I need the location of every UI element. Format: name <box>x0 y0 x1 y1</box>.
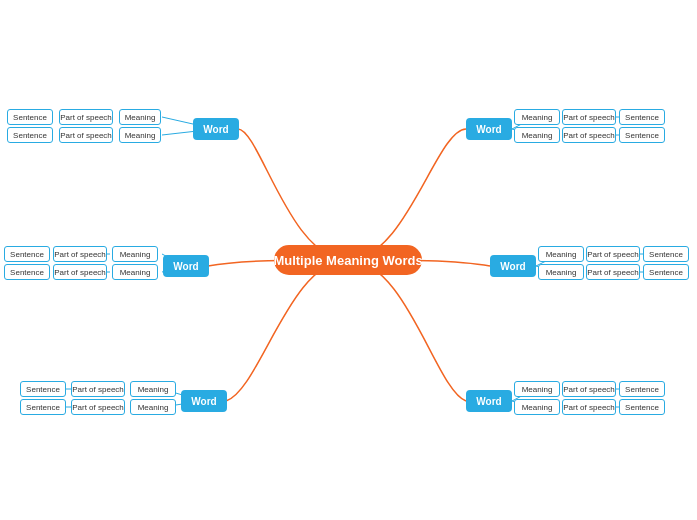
br-r1-pos: Part of speech <box>562 381 616 397</box>
bl-r1-sentence: Sentence <box>20 381 66 397</box>
tl-r2-sentence: Sentence <box>7 127 53 143</box>
word-node-bl: Word <box>181 390 227 412</box>
word-label-bl: Word <box>191 396 216 407</box>
center-node: Multiple Meaning Words <box>274 245 422 275</box>
mr-r2-pos: Part of speech <box>586 264 640 280</box>
tl-r1-meaning: Meaning <box>119 109 161 125</box>
tl-r2-meaning: Meaning <box>119 127 161 143</box>
ml-r2-meaning: Meaning <box>112 264 158 280</box>
tr-r1-sentence: Sentence <box>619 109 665 125</box>
tl-r1-pos: Part of speech <box>59 109 113 125</box>
word-node-tl: Word <box>193 118 239 140</box>
tr-r1-meaning: Meaning <box>514 109 560 125</box>
tr-r2-pos: Part of speech <box>562 127 616 143</box>
mr-r2-sentence: Sentence <box>643 264 689 280</box>
tl-r2-pos: Part of speech <box>59 127 113 143</box>
ml-r2-pos: Part of speech <box>53 264 107 280</box>
ml-r2-sentence: Sentence <box>4 264 50 280</box>
mr-r1-pos: Part of speech <box>586 246 640 262</box>
tr-r2-meaning: Meaning <box>514 127 560 143</box>
ml-r1-sentence: Sentence <box>4 246 50 262</box>
ml-r1-meaning: Meaning <box>112 246 158 262</box>
bl-r2-meaning: Meaning <box>130 399 176 415</box>
tl-r1-sentence: Sentence <box>7 109 53 125</box>
tr-r2-sentence: Sentence <box>619 127 665 143</box>
bl-r1-pos: Part of speech <box>71 381 125 397</box>
bl-r2-sentence: Sentence <box>20 399 66 415</box>
word-node-mr: Word <box>490 255 536 277</box>
br-r2-sentence: Sentence <box>619 399 665 415</box>
word-label-mr: Word <box>500 261 525 272</box>
word-label-ml: Word <box>173 261 198 272</box>
br-r2-meaning: Meaning <box>514 399 560 415</box>
bl-r2-pos: Part of speech <box>71 399 125 415</box>
bl-r1-meaning: Meaning <box>130 381 176 397</box>
word-node-tr: Word <box>466 118 512 140</box>
word-node-br: Word <box>466 390 512 412</box>
tr-r1-pos: Part of speech <box>562 109 616 125</box>
word-label-tl: Word <box>203 124 228 135</box>
word-node-ml: Word <box>163 255 209 277</box>
ml-r1-pos: Part of speech <box>53 246 107 262</box>
mr-r2-meaning: Meaning <box>538 264 584 280</box>
br-r1-meaning: Meaning <box>514 381 560 397</box>
mr-r1-meaning: Meaning <box>538 246 584 262</box>
word-label-br: Word <box>476 396 501 407</box>
br-r2-pos: Part of speech <box>562 399 616 415</box>
mr-r1-sentence: Sentence <box>643 246 689 262</box>
center-label: Multiple Meaning Words <box>273 253 422 268</box>
word-label-tr: Word <box>476 124 501 135</box>
br-r1-sentence: Sentence <box>619 381 665 397</box>
